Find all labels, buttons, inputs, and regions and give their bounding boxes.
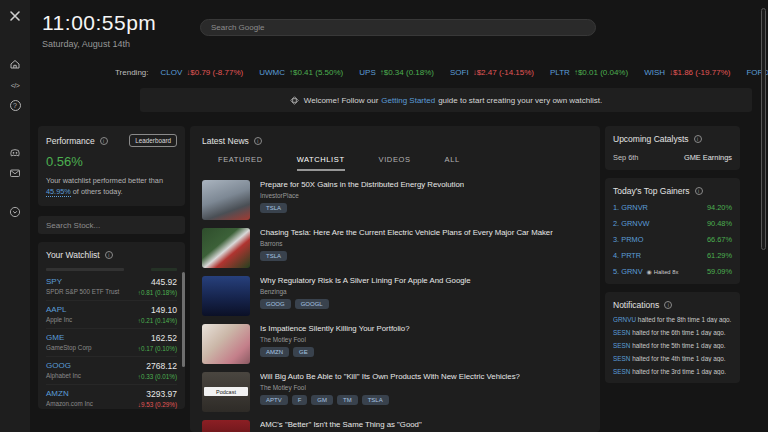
news-item[interactable]: AMC's "Better" Isn't the Same Thing as "… [202,420,588,432]
news-item-title: Why Regulatory Risk Is A Silver Lining F… [260,276,471,285]
news-item[interactable]: Why Regulatory Risk Is A Silver Lining F… [202,276,588,316]
gainer-symbol[interactable]: 2. GRNVW [613,219,650,228]
info-icon[interactable]: i [664,301,672,309]
page-scrollbar[interactable] [761,8,766,250]
watchlist-row[interactable]: AAPLApple Inc149.10↑0.21 (0.14%) [46,301,177,329]
watchlist-row[interactable]: GOOGAlphabet Inc2768.12↑0.33 (0.01%) [46,357,177,385]
trending-symbol[interactable]: WISH [644,68,665,77]
info-icon[interactable]: i [254,137,262,145]
tab-featured[interactable]: FEATURED [218,155,263,171]
notification-item[interactable]: SESN halted for the 6th time 1 day ago. [613,329,732,336]
watchlist-header: Your Watchlist i [46,250,177,260]
trending-symbol[interactable]: PLTR [550,68,570,77]
info-icon[interactable]: i [694,135,702,143]
news-item-source: The Motley Fool [260,336,410,343]
gainer-symbol[interactable]: 4. PRTR [613,251,641,260]
stock-symbol[interactable]: AMZN [46,389,93,398]
ticker-chips: GOOGGOOGL [260,299,471,309]
notification-item[interactable]: SESN halted for the 5th time 1 day ago. [613,342,732,349]
stock-symbol[interactable]: AAPL [46,305,72,314]
gainers-rows: 1. GRNVR94.20%2. GRNVW90.48%3. PRMO66.67… [613,203,732,276]
ticker-chips: TSLA [260,203,464,213]
help-icon[interactable]: ? [0,97,30,113]
notification-time: 1 day ago. [696,329,726,336]
notification-symbol[interactable]: SESN [613,368,630,375]
trending-symbol[interactable]: CLOV [161,68,183,77]
trending-label: Trending: [115,68,149,77]
tab-all[interactable]: ALL [445,155,460,171]
ticker-chip[interactable]: TM [337,395,358,405]
news-title: Latest News [202,136,249,146]
stock-symbol[interactable]: GME [46,333,92,342]
notification-symbol[interactable]: SESN [613,342,630,349]
news-item[interactable]: Chasing Tesla: Here Are the Current Elec… [202,228,588,268]
gainer-symbol[interactable]: 5. GRNV [613,267,643,276]
news-item[interactable]: Is Impatience Silently Killing Your Port… [202,324,588,364]
current-time: 11:00:55pm [42,11,156,35]
close-icon[interactable] [0,8,30,24]
ticker-chip[interactable]: APTV [260,395,288,405]
ticker-chip[interactable]: TSLA [362,395,389,405]
news-item[interactable]: Prepare for 50X Gains in the Distributed… [202,180,588,220]
notification-symbol[interactable]: GRNVU [613,316,636,323]
gainer-row: 1. GRNVR94.20% [613,203,732,212]
gainer-symbol[interactable]: 3. PRMO [613,235,643,244]
notification-item[interactable]: SESN halted for the 4th time 1 day ago. [613,355,732,362]
home-icon[interactable] [0,56,30,72]
notification-symbol[interactable]: SESN [613,355,630,362]
gainers-title: Today's Top Gainers [613,186,690,196]
info-icon[interactable]: i [100,137,108,145]
trending-symbol[interactable]: SOFI [450,68,469,77]
news-item-body: Chasing Tesla: Here Are the Current Elec… [260,228,553,268]
news-item-title: Chasing Tesla: Here Are the Current Elec… [260,228,553,237]
catalyst-row[interactable]: Sep 6thGME Earnings [613,153,732,162]
halted-badge: ◉Halted 8x [647,268,679,275]
mail-icon[interactable] [0,165,30,181]
gainer-symbol[interactable]: 1. GRNVR [613,203,648,212]
ticker-chip[interactable]: GOOGL [295,299,329,309]
watchlist-row[interactable]: SPYSPDR S&P 500 ETF Trust445.92↑0.81 (0.… [46,273,177,301]
collapse-icon[interactable] [0,204,30,220]
catalyst-event: GME Earnings [684,153,732,162]
code-icon[interactable]: </> [0,77,30,93]
trending-symbol[interactable]: UPS [359,68,375,77]
trending-item: UPS↑$0.34 (0.18%) [359,68,434,77]
watchlist-scrollbar[interactable] [182,272,185,367]
performance-value: 0.56% [46,154,177,169]
info-icon[interactable]: i [695,187,703,195]
trending-item: WISH↓$1.86 (-19.77%) [644,68,730,77]
ticker-chip[interactable]: GOOG [260,299,291,309]
ticker-chip[interactable]: TSLA [260,251,287,261]
percentile-link[interactable]: 45.95% [46,187,71,197]
leaderboard-button[interactable]: Leaderboard [129,134,177,147]
google-search-input[interactable] [200,19,596,36]
ticker-chip[interactable]: AMZN [260,347,289,357]
stock-symbol[interactable]: GOOG [46,361,81,370]
notification-item[interactable]: SESN halted for the 3rd time 1 day ago. [613,368,732,375]
news-item[interactable]: PodcastWill Big Auto Be Able to "Kill" I… [202,372,588,412]
notification-symbol[interactable]: SESN [613,329,630,336]
news-item-title: Will Big Auto Be Able to "Kill" Its Own … [260,372,520,381]
watchlist-row-right: 2768.12↑0.33 (0.01%) [138,361,177,380]
notification-time: 1 day ago. [696,368,726,375]
stock-search-input[interactable] [38,216,185,234]
ticker-chip[interactable]: GM [311,395,333,405]
tab-watchlist[interactable]: WATCHLIST [297,155,345,171]
notification-item[interactable]: GRNVU halted for the 8th time 1 day ago. [613,316,732,323]
tab-videos[interactable]: VIDEOS [379,155,411,171]
discord-icon[interactable] [0,145,30,161]
watchlist-title: Your Watchlist [46,250,100,260]
ticker-chip[interactable]: F [292,395,308,405]
ticker-chip[interactable]: GE [293,347,314,357]
trending-symbol[interactable]: UWMC [259,68,285,77]
watchlist-row[interactable]: AMZNAmazon.com Inc3293.97↓9.53 (0.29%) [46,385,177,409]
welcome-text-after: guide to start creating your very own wa… [438,96,602,105]
getting-started-link[interactable]: Getting Started [381,96,435,105]
info-icon[interactable]: i [105,251,113,259]
watchlist-row[interactable]: GMEGameStop Corp162.52↑0.17 (0.10%) [46,329,177,357]
stock-symbol[interactable]: SPY [46,277,119,286]
notification-time: 1 day ago. [696,355,726,362]
ticker-chip[interactable]: TSLA [260,203,287,213]
trending-bar: Trending: CLOV↓$0.79 (-8.77%)UWMC↑$0.41 … [115,66,768,79]
gainer-percent: 90.48% [707,219,732,228]
